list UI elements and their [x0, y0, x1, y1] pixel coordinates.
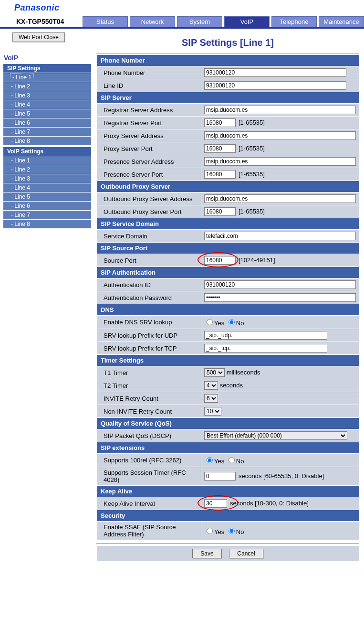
sidebar-item-line-2-voip[interactable]: - Line 2 [3, 165, 92, 174]
label-presence-address: Presence Server Address [97, 155, 201, 168]
tab-system[interactable]: System [177, 16, 222, 27]
section-phone-number: Phone Number [97, 55, 359, 66]
label-qos-dscp: SIP Packet QoS (DSCP) [97, 429, 201, 442]
radio-dns-srv-no[interactable] [229, 319, 235, 325]
sidebar-item-line-3-voip[interactable]: - Line 3 [3, 174, 92, 183]
radio-dns-srv-yes[interactable] [207, 319, 213, 325]
sidebar-item-line-8-sip[interactable]: - Line 8 [3, 137, 92, 146]
label-dns-srv: Enable DNS SRV lookup [97, 316, 201, 329]
label-ssaf: Enable SSAF (SIP Source Address Filter) [97, 522, 201, 540]
label-presence-port: Presence Server Port [97, 168, 201, 181]
hint-session-timer: seconds [60-65535, 0: Disable] [239, 472, 324, 480]
input-srv-udp[interactable] [204, 331, 327, 340]
sidebar-item-line-1-sip[interactable]: - Line 1 [3, 73, 92, 82]
select-t1-timer[interactable]: 500 [204, 368, 225, 377]
radio-100rel-no[interactable] [229, 457, 235, 463]
label-noninvite-retry: Non-INVITE Retry Count [97, 405, 201, 418]
input-session-timer[interactable] [204, 472, 236, 481]
section-source-port: SIP Source Port [97, 243, 359, 254]
label-ob-proxy-address: Outbound Proxy Server Address [97, 192, 201, 205]
section-timer: Timer Settings [97, 355, 359, 366]
radio-100rel-yes[interactable] [207, 457, 213, 463]
section-outbound-proxy: Outbound Proxy Server [97, 181, 359, 192]
section-security: Security [97, 510, 359, 522]
text-no: No [236, 458, 244, 465]
input-phone-number[interactable] [204, 68, 346, 77]
unit-t1: milliseconds [227, 369, 260, 376]
section-service-domain: SIP Service Domain [97, 218, 359, 230]
select-invite-retry[interactable]: 6 [204, 394, 218, 403]
select-t2-timer[interactable]: 4 [204, 381, 218, 390]
label-service-domain: Service Domain [97, 230, 201, 243]
label-keep-alive: Keep Alive Interval [97, 497, 201, 510]
label-100rel: Supports 100rel (RFC 3262) [97, 454, 201, 467]
sidebar-item-line-4-sip[interactable]: - Line 4 [3, 100, 92, 109]
sidebar-item-line-7-voip[interactable]: - Line 7 [3, 211, 92, 220]
input-registrar-port[interactable] [204, 118, 236, 127]
input-ob-proxy-port[interactable] [204, 207, 236, 216]
select-qos-dscp[interactable]: Best Effort (default) (000 000) [204, 431, 347, 440]
label-srv-tcp: SRV lookup Prefix for TCP [97, 342, 201, 355]
hint-presence-port: [1-65535] [239, 171, 265, 178]
label-registrar-address: Registrar Server Address [97, 104, 201, 117]
tab-maintenance[interactable]: Maintenance [319, 16, 364, 27]
unit-t2: seconds [220, 382, 243, 389]
input-source-port[interactable] [204, 256, 236, 265]
label-session-timer: Supports Session Timer (RFC 4028) [97, 467, 201, 486]
input-keep-alive[interactable] [204, 499, 227, 508]
input-srv-tcp[interactable] [204, 344, 327, 353]
tab-network[interactable]: Network [130, 16, 175, 27]
web-port-close-button[interactable]: Web Port Close [12, 32, 65, 42]
hint-keep-alive: seconds [10-300, 0: Disable] [230, 500, 309, 507]
label-proxy-address: Proxy Server Address [97, 129, 201, 142]
sidebar-item-line-7-sip[interactable]: - Line 7 [3, 128, 92, 137]
radio-ssaf-yes[interactable] [207, 528, 213, 534]
tab-telephone[interactable]: Telephone [271, 16, 317, 27]
input-ob-proxy-address[interactable] [204, 194, 356, 203]
input-auth-id[interactable] [204, 280, 356, 289]
sidebar-group-sip-settings[interactable]: SIP Settings [3, 64, 92, 73]
sidebar-item-line-5-voip[interactable]: - Line 5 [3, 192, 92, 202]
sidebar-item-line-3-sip[interactable]: - Line 3 [3, 91, 92, 100]
section-keep-alive: Keep Alive [97, 486, 359, 497]
radio-ssaf-no[interactable] [229, 528, 235, 534]
sidebar-item-line-2-sip[interactable]: - Line 2 [3, 82, 92, 91]
cancel-button[interactable]: Cancel [229, 549, 263, 558]
sidebar-group-voip-settings[interactable]: VoIP Settings [3, 147, 92, 156]
label-srv-udp: SRV lookup Prefix for UDP [97, 329, 201, 342]
hint-source-port: [1024-49151] [239, 256, 275, 264]
text-yes: Yes [214, 320, 224, 327]
sidebar-item-line-6-sip[interactable]: - Line 6 [3, 118, 92, 128]
text-no: No [236, 320, 244, 327]
label-phone-number: Phone Number [97, 66, 201, 79]
section-sip-server: SIP Server [97, 92, 359, 104]
section-sip-extensions: SIP extensions [97, 442, 359, 454]
hint-proxy-port: [1-65535] [239, 145, 265, 152]
input-presence-address[interactable] [204, 157, 356, 166]
sidebar-item-line-5-sip[interactable]: - Line 5 [3, 109, 92, 118]
label-auth-password: Authentication Password [97, 291, 201, 304]
sidebar-category: VoIP [4, 54, 92, 62]
input-proxy-port[interactable] [204, 144, 236, 153]
tab-voip[interactable]: VoIP [224, 16, 270, 27]
input-line-id[interactable] [204, 81, 346, 90]
select-noninvite-retry[interactable]: 10 [204, 407, 221, 416]
save-button[interactable]: Save [192, 549, 221, 558]
input-auth-password[interactable] [204, 293, 356, 302]
sidebar-item-line-6-voip[interactable]: - Line 6 [3, 202, 92, 211]
section-authentication: SIP Authentication [97, 267, 359, 278]
label-source-port: Source Port [97, 254, 201, 267]
sidebar-item-line-4-voip[interactable]: - Line 4 [3, 183, 92, 192]
label-registrar-port: Registrar Server Port [97, 117, 201, 129]
text-yes: Yes [214, 458, 224, 465]
hint-registrar-port: [1-65535] [239, 119, 265, 126]
tab-status[interactable]: Status [83, 16, 128, 27]
input-service-domain[interactable] [204, 232, 356, 240]
label-auth-id: Authentication ID [97, 278, 201, 291]
input-proxy-address[interactable] [204, 131, 356, 140]
sidebar-item-line-8-voip[interactable]: - Line 8 [3, 220, 92, 229]
model-number: KX-TGP550T04 [14, 13, 83, 27]
sidebar-item-line-1-voip[interactable]: - Line 1 [3, 156, 92, 165]
input-presence-port[interactable] [204, 170, 236, 179]
input-registrar-address[interactable] [204, 106, 356, 114]
